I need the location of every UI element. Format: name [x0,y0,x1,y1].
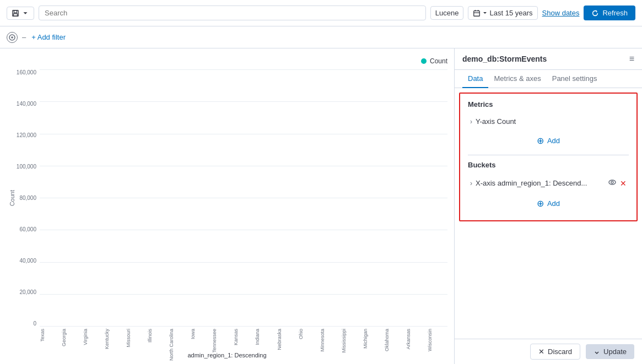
metric-row[interactable]: › Y-axis Count [468,114,629,129]
right-panel: demo_db:StormEvents ≡ Data Metrics & axe… [455,48,642,364]
topbar: Lucene Last 15 years Show dates Refresh [0,0,642,26]
svg-rect-1 [14,10,17,12]
y-label-6: 120,000 [17,132,36,138]
legend-label: Count [430,57,447,65]
x-label-10: Indiana [255,329,275,345]
y-label-8: 160,000 [17,69,36,75]
x-label-5: Illinois [147,329,168,343]
x-label-12: Ohio [298,329,319,339]
filterbar: – + Add filter [0,26,642,48]
buckets-section-title: Buckets [468,161,629,169]
update-label: Update [603,347,627,356]
svg-point-6 [611,181,613,183]
metrics-add-row[interactable]: ⊕ Add [468,132,629,149]
y-label-0: 0 [33,320,36,327]
x-label-7: Iowa [190,329,211,339]
refresh-button[interactable]: Refresh [584,6,635,20]
grid-lines [40,69,447,327]
x-label-15: Michigan [363,329,383,349]
x-label-14: Mississippi [341,329,362,353]
panel-tabs: Data Metrics & axes Panel settings [455,70,642,88]
y-label-2: 40,000 [19,258,36,264]
metrics-add-label: Add [547,137,560,145]
discard-icon: ✕ [538,347,544,356]
x-label-4: Missouri [126,329,146,347]
bucket-chevron-icon[interactable]: › [470,180,472,187]
x-label-18: Wisconsin [427,329,447,351]
eye-icon[interactable] [608,178,617,188]
y-label-4: 80,000 [19,195,36,201]
svg-point-5 [609,180,616,184]
y-label-7: 140,000 [17,101,36,107]
x-label-11: Nebraska [277,329,297,350]
x-axis-title: admin_region_1: Descending [7,352,447,358]
y-label-5: 100,000 [17,164,36,170]
lucene-button[interactable]: Lucene [430,6,464,20]
panel-content: Metrics › Y-axis Count ⊕ Add Buckets › X… [459,93,638,221]
metrics-add-icon: ⊕ [537,135,544,146]
tab-panel-settings[interactable]: Panel settings [547,70,603,88]
buckets-add-row[interactable]: ⊕ Add [468,195,629,212]
svg-rect-2 [14,13,18,15]
buckets-add-label: Add [547,199,560,208]
show-dates-button[interactable]: Show dates [542,9,580,17]
tab-metrics-axes[interactable]: Metrics & axes [488,70,546,88]
x-label-8: Tennessee [212,329,232,353]
panel-title: demo_db:StormEvents [462,55,547,63]
bucket-close-icon[interactable]: ✕ [620,179,627,188]
section-divider [468,155,629,155]
bottom-bar: ✕ Discard Update [455,339,642,364]
discard-label: Discard [548,347,572,356]
main: Count Count 0 20,000 40,000 60,000 80,00… [0,48,642,364]
time-picker[interactable]: Last 15 years [468,6,537,20]
search-input[interactable] [39,6,426,20]
bucket-row: › X-axis admin_region_1: Descend... ✕ [468,175,629,192]
chart-legend: Count [7,57,447,65]
save-button[interactable] [7,7,34,20]
panel-header: demo_db:StormEvents ≡ [455,48,642,70]
x-label-0: Texas [40,329,60,342]
bucket-label[interactable]: X-axis admin_region_1: Descend... [476,179,605,187]
metric-label: Y-axis Count [476,117,516,126]
buckets-add-icon: ⊕ [537,198,544,209]
add-filter-button[interactable]: + Add filter [31,33,66,41]
panel-menu-icon[interactable]: ≡ [629,54,634,64]
x-label-1: Georgia [61,329,82,346]
tab-data[interactable]: Data [462,70,488,88]
refresh-label: Refresh [602,9,628,17]
chart-area: Count Count 0 20,000 40,000 60,000 80,00… [0,48,455,364]
x-label-16: Oklahoma [384,329,404,351]
y-label-1: 20,000 [19,289,36,295]
metrics-section-title: Metrics [468,100,629,108]
x-label-9: Kansas [233,329,253,345]
svg-rect-3 [474,10,480,16]
chevron-right-icon: › [470,118,472,126]
time-range-label: Last 15 years [489,9,532,17]
chart-container: Count 0 20,000 40,000 60,000 80,000 100,… [7,69,447,360]
update-button[interactable]: Update [586,344,634,359]
y-axis: 0 20,000 40,000 60,000 80,000 100,000 12… [7,69,39,327]
x-label-17: Arkansas [406,329,426,350]
x-label-13: Minnesota [320,329,340,352]
x-label-3: Kentucky [104,329,125,349]
filter-separator: – [22,33,26,41]
filter-circle-icon[interactable] [7,32,18,43]
y-label-3: 60,000 [19,226,36,232]
discard-button[interactable]: ✕ Discard [530,344,580,360]
legend-dot [421,58,427,64]
x-label-2: Virginia [83,329,103,345]
